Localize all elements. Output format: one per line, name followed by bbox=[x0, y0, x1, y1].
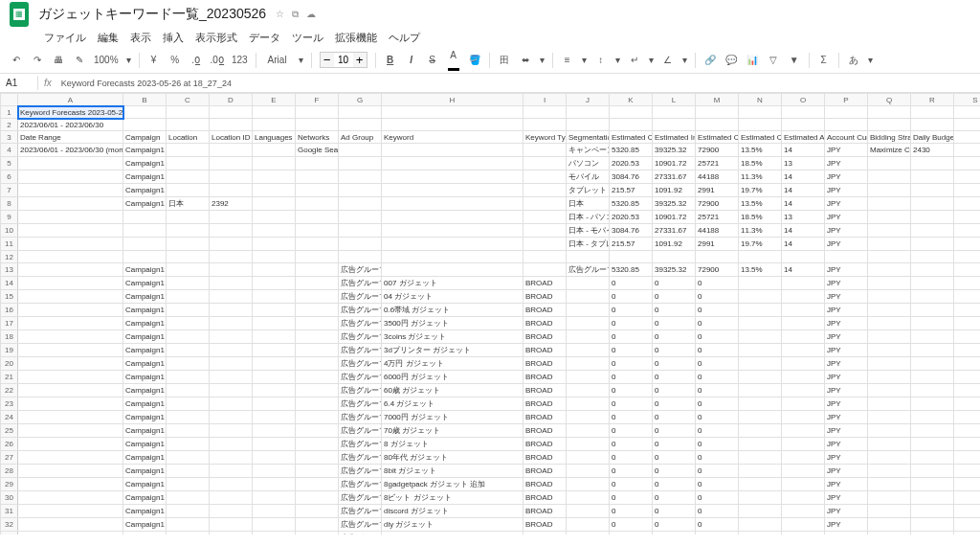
cell-K25[interactable]: 0 bbox=[610, 424, 653, 438]
cell-L3[interactable]: Estimated Impres bbox=[653, 131, 696, 144]
cell-G2[interactable] bbox=[339, 119, 382, 131]
cell-R23[interactable] bbox=[911, 397, 954, 411]
cell-J28[interactable] bbox=[567, 465, 610, 478]
cell-F27[interactable] bbox=[296, 451, 339, 465]
cell-B5[interactable]: Campaign1 bbox=[123, 157, 167, 170]
cell-J2[interactable] bbox=[567, 119, 610, 131]
col-header-R[interactable]: R bbox=[911, 94, 954, 106]
cell-E9[interactable] bbox=[253, 211, 296, 224]
cell-Q16[interactable] bbox=[868, 304, 911, 317]
cell-K27[interactable]: 0 bbox=[610, 451, 653, 465]
cell-O26[interactable] bbox=[782, 438, 825, 451]
cell-S33[interactable] bbox=[954, 532, 981, 535]
cell-M30[interactable]: 0 bbox=[696, 491, 739, 505]
cell-N27[interactable] bbox=[739, 451, 782, 465]
cell-D13[interactable] bbox=[210, 263, 253, 277]
italic-icon[interactable]: I bbox=[405, 55, 418, 65]
cell-L4[interactable]: 39325.32 bbox=[653, 144, 696, 157]
cell-K15[interactable]: 0 bbox=[610, 290, 653, 304]
cell-K12[interactable] bbox=[610, 251, 653, 263]
cell-J9[interactable]: 日本 - パソコン bbox=[567, 211, 610, 224]
row-header-3[interactable]: 3 bbox=[1, 131, 18, 144]
cell-K11[interactable]: 215.57 bbox=[610, 238, 653, 251]
cell-Q4[interactable]: Maximize Clicks bbox=[868, 144, 911, 157]
cell-I1[interactable] bbox=[523, 106, 567, 119]
cell-G26[interactable]: 広告グループ 1 bbox=[339, 438, 382, 451]
cell-G28[interactable]: 広告グループ 1 bbox=[339, 465, 382, 478]
row-header-31[interactable]: 31 bbox=[1, 505, 18, 518]
font-select[interactable]: Arial bbox=[264, 54, 291, 66]
print-icon[interactable]: 🖶 bbox=[52, 55, 65, 65]
cell-P3[interactable]: Account Currenc bbox=[825, 131, 868, 144]
font-size-input[interactable] bbox=[334, 55, 353, 65]
cell-H12[interactable] bbox=[382, 251, 523, 263]
percent-icon[interactable]: % bbox=[168, 55, 182, 65]
cell-F9[interactable] bbox=[296, 211, 339, 224]
cell-H27[interactable]: 80年代 ガジェット bbox=[382, 451, 523, 465]
cell-O18[interactable] bbox=[782, 330, 825, 344]
cell-I2[interactable] bbox=[523, 119, 567, 131]
cell-C9[interactable] bbox=[167, 211, 210, 224]
cell-H7[interactable] bbox=[382, 184, 523, 197]
cell-D33[interactable] bbox=[210, 532, 253, 535]
cell-M24[interactable]: 0 bbox=[696, 411, 739, 424]
cell-D23[interactable] bbox=[210, 397, 253, 411]
cell-Q28[interactable] bbox=[868, 465, 911, 478]
cell-N23[interactable] bbox=[739, 397, 782, 411]
cell-G16[interactable]: 広告グループ 1 bbox=[339, 304, 382, 317]
cell-C11[interactable] bbox=[167, 238, 210, 251]
cell-R29[interactable] bbox=[911, 478, 954, 491]
row-header-29[interactable]: 29 bbox=[1, 478, 18, 491]
row-header-19[interactable]: 19 bbox=[1, 344, 18, 357]
cell-L8[interactable]: 39325.32 bbox=[653, 197, 696, 211]
cell-C19[interactable] bbox=[167, 344, 210, 357]
cell-J14[interactable] bbox=[567, 277, 610, 290]
cell-R25[interactable] bbox=[911, 424, 954, 438]
cell-P16[interactable]: JPY bbox=[825, 304, 868, 317]
cell-E3[interactable]: Languages bbox=[253, 131, 296, 144]
cell-I5[interactable] bbox=[523, 157, 567, 170]
cell-E8[interactable] bbox=[253, 197, 296, 211]
cell-K24[interactable]: 0 bbox=[610, 411, 653, 424]
row-header-9[interactable]: 9 bbox=[1, 211, 18, 224]
cell-L5[interactable]: 10901.72 bbox=[653, 157, 696, 170]
cell-D14[interactable] bbox=[210, 277, 253, 290]
cell-B14[interactable]: Campaign1 bbox=[123, 277, 167, 290]
cell-Q9[interactable] bbox=[868, 211, 911, 224]
row-header-28[interactable]: 28 bbox=[1, 465, 18, 478]
cell-D7[interactable] bbox=[210, 184, 253, 197]
cell-N9[interactable]: 18.5% bbox=[739, 211, 782, 224]
cell-J18[interactable] bbox=[567, 330, 610, 344]
cell-Q14[interactable] bbox=[868, 277, 911, 290]
cell-M10[interactable]: 44188 bbox=[696, 224, 739, 238]
wrap-icon[interactable]: ↵ bbox=[628, 55, 641, 65]
cell-C5[interactable] bbox=[167, 157, 210, 170]
menu-edit[interactable]: 編集 bbox=[98, 31, 119, 45]
cell-K30[interactable]: 0 bbox=[610, 491, 653, 505]
cell-D16[interactable] bbox=[210, 304, 253, 317]
cell-H23[interactable]: 6.4 ガジェット bbox=[382, 397, 523, 411]
cell-G1[interactable] bbox=[339, 106, 382, 119]
cell-I17[interactable]: BROAD bbox=[523, 317, 567, 330]
cell-B33[interactable]: Campaign1 bbox=[123, 532, 167, 535]
cell-P10[interactable]: JPY bbox=[825, 224, 868, 238]
cell-E18[interactable] bbox=[253, 330, 296, 344]
cell-F24[interactable] bbox=[296, 411, 339, 424]
cell-Q23[interactable] bbox=[868, 397, 911, 411]
cell-F23[interactable] bbox=[296, 397, 339, 411]
cell-N12[interactable] bbox=[739, 251, 782, 263]
cell-N11[interactable]: 19.7% bbox=[739, 238, 782, 251]
cell-K3[interactable]: Estimated Clicks bbox=[610, 131, 653, 144]
cell-S14[interactable] bbox=[954, 277, 981, 290]
cell-H26[interactable]: 8 ガジェット bbox=[382, 438, 523, 451]
cell-O10[interactable]: 14 bbox=[782, 224, 825, 238]
cell-F8[interactable] bbox=[296, 197, 339, 211]
name-box[interactable]: A1 bbox=[0, 76, 38, 90]
cell-M21[interactable]: 0 bbox=[696, 371, 739, 384]
cell-G18[interactable]: 広告グループ 1 bbox=[339, 330, 382, 344]
cell-E17[interactable] bbox=[253, 317, 296, 330]
cell-Q24[interactable] bbox=[868, 411, 911, 424]
cell-N30[interactable] bbox=[739, 491, 782, 505]
cell-A27[interactable] bbox=[18, 451, 123, 465]
cell-M29[interactable]: 0 bbox=[696, 478, 739, 491]
